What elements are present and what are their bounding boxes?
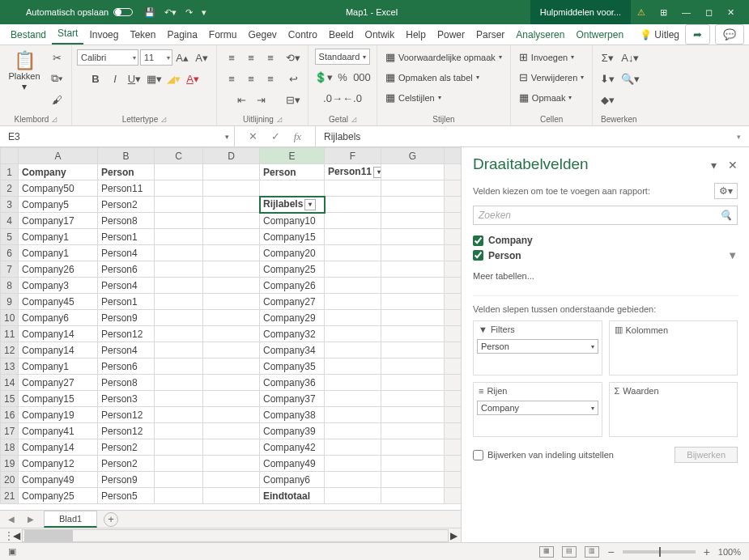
- cell[interactable]: [203, 439, 260, 456]
- cell[interactable]: [325, 391, 381, 407]
- cell[interactable]: [381, 358, 445, 375]
- row-header[interactable]: 12: [1, 342, 19, 358]
- row-header[interactable]: 17: [1, 423, 19, 439]
- cell[interactable]: [155, 407, 203, 423]
- cell[interactable]: Company26: [19, 261, 98, 278]
- currency-icon[interactable]: 💲▾: [313, 68, 333, 86]
- sheet-nav-prev[interactable]: ◀: [5, 515, 18, 524]
- defer-layout-checkbox[interactable]: Bijwerken van indeling uitstellen: [473, 450, 614, 460]
- values-area[interactable]: ΣWaarden: [609, 382, 738, 437]
- cell[interactable]: [325, 278, 381, 294]
- row-header[interactable]: 2: [1, 180, 19, 197]
- cell[interactable]: [155, 375, 203, 391]
- fill-color-button[interactable]: ◢▾: [164, 70, 183, 87]
- horizontal-scrollbar[interactable]: ⋮ ◀ ▶: [0, 528, 461, 542]
- cell[interactable]: [203, 294, 260, 310]
- cell[interactable]: Company27: [260, 294, 325, 310]
- cell[interactable]: Company42: [260, 439, 325, 456]
- cell[interactable]: Person12: [98, 326, 155, 342]
- cell[interactable]: [155, 213, 203, 229]
- columns-area[interactable]: ▥Kolommen: [609, 320, 738, 375]
- cell[interactable]: [325, 375, 381, 391]
- close-icon[interactable]: ✕: [727, 7, 734, 18]
- field-item[interactable]: Company: [473, 233, 738, 248]
- align-left-icon[interactable]: ≡: [222, 70, 241, 87]
- comma-icon[interactable]: 000: [352, 68, 372, 86]
- cell[interactable]: [381, 213, 445, 229]
- tab-parser[interactable]: Parser: [470, 25, 510, 45]
- cell[interactable]: Company10: [260, 213, 325, 229]
- cell[interactable]: [203, 407, 260, 423]
- cell[interactable]: [155, 423, 203, 439]
- gear-icon[interactable]: ⚙▾: [714, 183, 738, 199]
- number-format-select[interactable]: Standaard▾: [315, 49, 371, 65]
- row-header[interactable]: 18: [1, 439, 19, 456]
- cell[interactable]: Company14: [19, 439, 98, 456]
- cell[interactable]: Company36: [260, 375, 325, 391]
- cell[interactable]: [155, 342, 203, 358]
- cell[interactable]: [381, 245, 445, 261]
- cell[interactable]: [381, 164, 445, 180]
- cell[interactable]: Company26: [260, 278, 325, 294]
- conditional-format-button[interactable]: ▦Voorwaardelijke opmaak▾: [382, 49, 505, 66]
- orientation-icon[interactable]: ⟲▾: [283, 49, 303, 66]
- copy-icon[interactable]: ⧉▾: [47, 70, 66, 87]
- clear-icon[interactable]: ◆▾: [598, 91, 617, 108]
- cell[interactable]: Person: [98, 164, 155, 180]
- cell[interactable]: [155, 488, 203, 504]
- cell[interactable]: Company49: [19, 472, 98, 488]
- border-button[interactable]: ▦▾: [144, 70, 164, 87]
- row-header[interactable]: 10: [1, 310, 19, 326]
- cell[interactable]: [381, 294, 445, 310]
- formula-input[interactable]: Rijlabels▾: [316, 126, 749, 146]
- cell[interactable]: Company29: [260, 310, 325, 326]
- bold-button[interactable]: B: [86, 70, 105, 87]
- cell[interactable]: Company41: [19, 423, 98, 439]
- cell[interactable]: [381, 278, 445, 294]
- rows-area[interactable]: ≡Rijen Company▾: [473, 382, 602, 437]
- grow-font-icon[interactable]: A▴: [172, 49, 192, 66]
- autosave-track[interactable]: [113, 8, 133, 16]
- sort-filter-icon[interactable]: A↓▾: [620, 49, 640, 66]
- tab-review[interactable]: Contro: [283, 25, 323, 45]
- cell[interactable]: Company1: [19, 229, 98, 245]
- tab-insert[interactable]: Invoeg: [83, 25, 124, 45]
- cell[interactable]: [155, 278, 203, 294]
- align-center-icon[interactable]: ≡: [241, 70, 261, 87]
- cell[interactable]: [203, 342, 260, 358]
- cell[interactable]: [325, 213, 381, 229]
- cell[interactable]: Person4: [98, 278, 155, 294]
- cell[interactable]: Company45: [19, 294, 98, 310]
- dialog-launcher-icon[interactable]: ◿: [277, 116, 282, 123]
- field-item[interactable]: Person▼: [473, 248, 738, 263]
- cell[interactable]: [381, 456, 445, 472]
- cell[interactable]: Company3: [19, 278, 98, 294]
- row-header[interactable]: 3: [1, 197, 19, 213]
- cell[interactable]: [325, 488, 381, 504]
- cell[interactable]: [325, 423, 381, 439]
- dialog-launcher-icon[interactable]: ◿: [351, 116, 356, 123]
- cell[interactable]: Person8: [98, 375, 155, 391]
- cell[interactable]: Person1: [98, 229, 155, 245]
- comments-button[interactable]: 💬: [715, 24, 744, 45]
- cell[interactable]: Company14: [19, 326, 98, 342]
- cell[interactable]: [381, 326, 445, 342]
- cell[interactable]: Company35: [260, 358, 325, 375]
- tab-data[interactable]: Gegev: [243, 25, 283, 45]
- sheet-nav-next[interactable]: ▶: [24, 515, 37, 524]
- cell[interactable]: [203, 472, 260, 488]
- font-name-select[interactable]: Calibri▾: [77, 49, 138, 66]
- cell[interactable]: [203, 456, 260, 472]
- update-button[interactable]: Bijwerken: [675, 447, 738, 463]
- cell[interactable]: [325, 229, 381, 245]
- cell[interactable]: Person9: [98, 310, 155, 326]
- field-checkbox[interactable]: [473, 235, 483, 246]
- zoom-in-button[interactable]: +: [704, 545, 710, 558]
- merge-icon[interactable]: ⊟▾: [283, 91, 303, 108]
- fx-icon[interactable]: fx: [294, 130, 301, 143]
- row-header[interactable]: 11: [1, 326, 19, 342]
- tab-home[interactable]: Start: [52, 23, 83, 45]
- cell[interactable]: [381, 197, 445, 213]
- cell[interactable]: [325, 326, 381, 342]
- cell[interactable]: Person2: [98, 456, 155, 472]
